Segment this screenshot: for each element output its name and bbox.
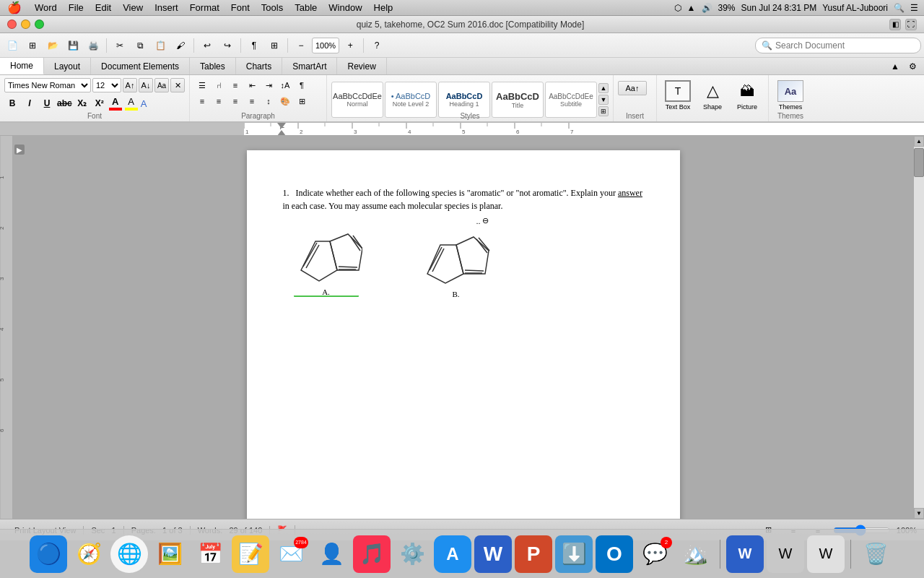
search-icon[interactable]: 🔍 — [894, 3, 905, 13]
dock-safari[interactable]: 🧭 — [70, 535, 108, 573]
dock-system-prefs[interactable]: ⚙️ — [393, 535, 431, 573]
tab-charts[interactable]: Charts — [236, 58, 282, 74]
format-painter-button[interactable]: 🖌 — [171, 36, 190, 55]
help-button[interactable]: ? — [367, 36, 386, 55]
insert-aa-button[interactable]: Aa↑ — [618, 81, 647, 95]
show-marks-button[interactable]: ¶ — [294, 78, 310, 92]
subscript-button[interactable]: X₂ — [74, 95, 90, 111]
menu-edit[interactable]: Edit — [90, 2, 117, 13]
templates-button[interactable]: ⊞ — [23, 36, 42, 55]
cut-button[interactable]: ✂ — [110, 36, 129, 55]
dock-word2[interactable]: W — [726, 535, 764, 573]
new-button[interactable]: 📄 — [3, 36, 22, 55]
menu-table[interactable]: Table — [289, 2, 323, 13]
dock-contacts[interactable]: 👤 — [313, 535, 350, 573]
highlight-button[interactable]: A — [125, 96, 138, 111]
clear-format-button[interactable]: ✕ — [170, 78, 185, 92]
redo-button[interactable]: ↪ — [218, 36, 237, 55]
tab-tables[interactable]: Tables — [190, 58, 236, 74]
close-button[interactable] — [7, 20, 17, 29]
undo-button[interactable]: ↩ — [198, 36, 217, 55]
sidebar-toggle-button[interactable]: ◧ — [889, 19, 901, 30]
menu-word[interactable]: Word — [29, 2, 63, 13]
menu-tools[interactable]: Tools — [256, 2, 289, 13]
dock-word4[interactable]: W — [807, 535, 845, 573]
multilevel-button[interactable]: ≡ — [227, 78, 243, 92]
picture-button[interactable]: 🏔 Picture — [731, 78, 764, 113]
font-color-button[interactable]: A — [109, 96, 122, 111]
menu-insert[interactable]: Insert — [149, 2, 184, 13]
paste-button[interactable]: 📋 — [151, 36, 170, 55]
fullscreen-button[interactable]: ⛶ — [905, 19, 917, 30]
decrease-font-button[interactable]: A↓ — [139, 78, 153, 92]
sort-button[interactable]: ↕A — [277, 78, 293, 92]
styles-scroll-down[interactable]: ▼ — [598, 95, 609, 105]
show-formatting-button[interactable]: ¶ — [245, 36, 263, 55]
dock-messages[interactable]: 💬 2 — [636, 535, 674, 573]
shape-button[interactable]: △ Shape — [696, 78, 729, 113]
underline-button[interactable]: U — [39, 95, 55, 111]
apple-menu[interactable]: 🍎 — [0, 1, 29, 14]
save-button[interactable]: 💾 — [64, 36, 82, 55]
dock-photos[interactable]: 🖼️ — [151, 535, 188, 573]
dock-chrome[interactable]: 🌐 — [110, 535, 148, 573]
menu-file[interactable]: File — [63, 2, 90, 13]
scroll-track[interactable] — [914, 147, 924, 508]
menu-view[interactable]: View — [117, 2, 149, 13]
dock-photos2[interactable]: 🏔️ — [676, 535, 714, 573]
dock-powerpoint[interactable]: P — [515, 535, 552, 573]
textbox-button[interactable]: T Text Box — [661, 78, 694, 113]
tab-smartart[interactable]: SmartArt — [282, 58, 337, 74]
align-right-button[interactable]: ≡ — [227, 94, 243, 108]
text-effects-button[interactable]: A — [141, 98, 147, 109]
dock-finder[interactable]: 🔵 — [30, 535, 67, 573]
print-button[interactable]: 🖨️ — [84, 36, 103, 55]
dock-word[interactable]: W — [474, 535, 512, 573]
bold-button[interactable]: B — [4, 95, 20, 111]
numbering-button[interactable]: ⑁ — [211, 78, 227, 92]
zoom-in-button[interactable]: + — [341, 36, 359, 55]
decrease-indent-button[interactable]: ⇤ — [244, 78, 260, 92]
ribbon-settings-button[interactable]: ⚙ — [905, 59, 920, 74]
menu-format[interactable]: Format — [184, 2, 225, 13]
menu-window[interactable]: Window — [323, 2, 367, 13]
dock-trash[interactable]: 🗑️ — [857, 535, 894, 573]
font-name-select[interactable]: Times New Roman — [4, 78, 91, 92]
open-button[interactable]: 📂 — [43, 36, 62, 55]
menu-font[interactable]: Font — [225, 2, 256, 13]
scroll-thumb[interactable] — [914, 148, 924, 177]
maximize-button[interactable] — [35, 20, 44, 29]
themes-button[interactable]: Aa Themes — [773, 78, 808, 113]
superscript-button[interactable]: X² — [92, 95, 108, 111]
dock-outlook[interactable]: O — [596, 535, 633, 573]
font-case-button[interactable]: Aa — [154, 78, 169, 92]
tab-document-elements[interactable]: Document Elements — [91, 58, 190, 74]
tab-layout[interactable]: Layout — [44, 58, 91, 74]
scroll-up-button[interactable]: ▲ — [914, 136, 924, 147]
increase-indent-button[interactable]: ⇥ — [261, 78, 276, 92]
zoom-out-button[interactable]: − — [292, 36, 310, 55]
align-left-button[interactable]: ≡ — [194, 94, 210, 108]
dock-mail[interactable]: ✉️ 2784 — [272, 535, 310, 573]
search-input[interactable] — [775, 40, 905, 51]
dock-calendar[interactable]: 📅 — [191, 535, 229, 573]
dock-notes[interactable]: 📝 — [232, 535, 269, 573]
minimize-button[interactable] — [21, 20, 30, 29]
copy-button[interactable]: ⧉ — [131, 36, 149, 55]
justify-button[interactable]: ≡ — [244, 94, 260, 108]
dock-music[interactable]: 🎵 — [353, 535, 391, 573]
italic-button[interactable]: I — [22, 95, 38, 111]
borders-button[interactable]: ⊞ — [294, 94, 310, 108]
tab-review[interactable]: Review — [337, 58, 386, 74]
ribbon-up-button[interactable]: ▲ — [888, 59, 902, 74]
align-center-button[interactable]: ≡ — [211, 94, 227, 108]
line-spacing-button[interactable]: ↕ — [261, 94, 276, 108]
menu-help[interactable]: Help — [368, 2, 399, 13]
styles-scroll-up[interactable]: ▲ — [598, 83, 609, 93]
font-size-select[interactable]: 12 — [92, 78, 121, 92]
expand-button[interactable]: ▶ — [14, 144, 25, 155]
increase-font-button[interactable]: A↑ — [123, 78, 137, 92]
scroll-down-button[interactable]: ▼ — [914, 508, 924, 519]
view-options-button[interactable]: ⊞ — [265, 36, 284, 55]
menu-extra-icon[interactable]: ☰ — [910, 3, 918, 13]
